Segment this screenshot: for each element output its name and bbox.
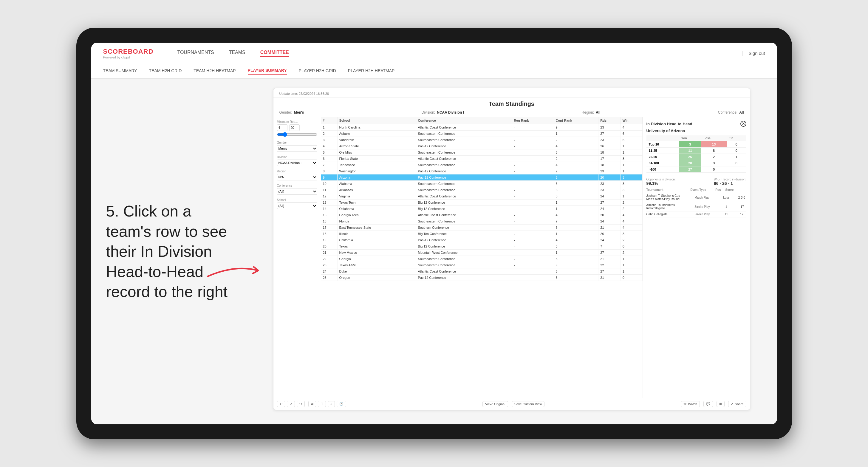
watch-button[interactable]: 👁 Watch [681,401,700,407]
tourn-event: Match Play [694,196,715,199]
table-row[interactable]: 23 Texas A&M Southeastern Conference - 9… [321,262,643,269]
row-conf-rank: 9 [554,124,598,131]
table-row[interactable]: 21 New Mexico Mountain West Conference -… [321,250,643,256]
subnav-player-h2h-grid[interactable]: PLAYER H2H GRID [299,68,336,74]
row-conf-rank: 4 [554,237,598,243]
undo-button[interactable]: ↩ [277,401,285,407]
row-num: 1 [321,124,338,131]
row-conference: Atlantic Coast Conference [416,212,512,218]
tourn-score: 2-3-0 [737,196,746,199]
min-rounds-max-input[interactable] [289,124,300,131]
logo-text: SCOREBOARD [103,48,154,56]
save-custom-button[interactable]: Save Custom View [512,401,545,407]
region-select[interactable]: N/A [277,174,317,180]
table-row[interactable]: 6 Florida State Atlantic Coast Conferenc… [321,156,643,162]
subnav-team-h2h-heatmap[interactable]: TEAM H2H HEATMAP [193,68,236,74]
table-row[interactable]: 3 Vanderbilt Southeastern Conference - 2… [321,137,643,143]
add-button[interactable]: + [328,401,335,407]
table-row[interactable]: 20 Texas Big 12 Conference - 3 7 0 [321,243,643,250]
row-conf-rank: 5 [554,269,598,275]
row-reg-rank: - [512,193,554,199]
share-button[interactable]: ↗ Share [728,401,746,407]
min-rounds-input[interactable] [277,124,287,131]
row-num: 11 [321,187,338,193]
opponents-value: 99.1% [647,181,676,186]
table-row[interactable]: 2 Auburn Southeastern Conference - 1 27 … [321,131,643,137]
redo-forward-button[interactable]: ⤾ [287,401,295,407]
h2h-win: 11 [679,148,701,154]
row-num: 14 [321,206,338,212]
arrow-icon [205,258,270,282]
table-row[interactable]: 4 Arizona State Pac-12 Conference - 4 26… [321,143,643,149]
gender-select[interactable]: Men's [277,145,317,152]
table-row[interactable]: 22 Georgia Southeastern Conference - 8 2… [321,256,643,262]
row-reg-rank: - [512,156,554,162]
sign-out-button[interactable]: Sign out [742,51,765,56]
table-row[interactable]: 10 Alabama Southeastern Conference - 5 2… [321,181,643,187]
redo-button[interactable]: ↪ [297,401,305,407]
clock-button[interactable]: 🕐 [337,401,346,407]
subnav-team-h2h-grid[interactable]: TEAM H2H GRID [149,68,182,74]
table-row[interactable]: 9 Arizona Pac-12 Conference - 3 20 3 [321,175,643,181]
table-row[interactable]: 19 California Pac-12 Conference - 4 24 2 [321,237,643,243]
table-row[interactable]: 1 North Carolina Atlantic Coast Conferen… [321,124,643,131]
conference-select[interactable]: (All) [277,188,317,195]
row-conf-rank: 4 [554,212,598,218]
table-row[interactable]: 24 Duke Atlantic Coast Conference - 5 27… [321,269,643,275]
comment-button[interactable]: 💬 [704,401,713,407]
app-window: Update time: 27/03/2024 16:56:26 Team St… [273,88,750,410]
row-num: 18 [321,231,338,237]
close-button[interactable]: ✕ [740,121,746,127]
school-select[interactable]: (All) [277,203,317,209]
layout-button[interactable]: ⊞ [716,401,724,407]
subnav-player-summary[interactable]: PLAYER SUMMARY [248,68,287,74]
nav-teams[interactable]: TEAMS [229,50,245,57]
nav-tournaments[interactable]: TOURNAMENTS [177,50,214,57]
table-row[interactable]: 12 Virginia Atlantic Coast Conference - … [321,193,643,199]
table-row[interactable]: 25 Oregon Pac-12 Conference - 5 21 0 [321,275,643,281]
tourn-pos: 1 [722,205,731,209]
table-row[interactable]: 15 Georgia Tech Atlantic Coast Conferenc… [321,212,643,218]
row-num: 20 [321,243,338,250]
row-conference: Southeastern Conference [416,162,512,168]
table-row[interactable]: 11 Arkansas Southeastern Conference - 8 … [321,187,643,193]
h2h-loss: 0 [701,166,727,173]
row-conf-rank: 2 [554,156,598,162]
subnav-player-h2h-heatmap[interactable]: PLAYER H2H HEATMAP [348,68,395,74]
h2h-win: 3 [679,142,701,148]
table-row[interactable]: 14 Oklahoma Big 12 Conference - 1 24 2 [321,206,643,212]
row-reg-rank: - [512,237,554,243]
table-row[interactable]: 5 Ole Miss Southeastern Conference - 3 1… [321,149,643,156]
table-row[interactable]: 8 Washington Pac-12 Conference - 2 23 1 [321,168,643,175]
row-school: Alabama [337,181,416,187]
table-row[interactable]: 13 Texas Tech Big 12 Conference - 1 27 2 [321,199,643,206]
row-win: 4 [621,124,642,131]
division-select[interactable]: NCAA Division I [277,160,317,166]
h2h-win: 27 [679,166,701,173]
paste-button[interactable]: ⊞ [318,401,326,407]
row-rds: 26 [598,143,621,149]
table-row[interactable]: 18 Illinois Big Ten Conference - 1 26 3 [321,231,643,237]
view-original-button[interactable]: View: Original [483,401,508,407]
row-rds: 7 [598,243,621,250]
col-rds: Rds [598,117,621,124]
row-rds: 27 [598,199,621,206]
row-conference: Pac-12 Conference [416,168,512,175]
tournament-row: Jackson T. Stephens Cup Men's Match-Play… [647,193,746,202]
row-rds: 18 [598,149,621,156]
row-win: 2 [621,237,642,243]
tournament-section: Tournament Event Type Pos Score Jackson … [647,188,746,217]
nav-committee[interactable]: COMMITTEE [260,50,289,57]
h2h-win: 20 [679,160,701,166]
h2h-col-loss: Loss [701,135,727,142]
row-win: 3 [621,181,642,187]
min-rounds-slider[interactable] [277,132,317,137]
row-win: 3 [621,187,642,193]
table-row[interactable]: 7 Tennessee Southeastern Conference - 4 … [321,162,643,168]
table-row[interactable]: 17 East Tennessee State Southern Confere… [321,224,643,231]
row-reg-rank: - [512,187,554,193]
copy-button[interactable]: ⧉ [308,401,316,407]
table-row[interactable]: 16 Florida Southeastern Conference - 7 2… [321,218,643,224]
subnav-team-summary[interactable]: TEAM SUMMARY [103,68,137,74]
row-conference: Pac-12 Conference [416,237,512,243]
